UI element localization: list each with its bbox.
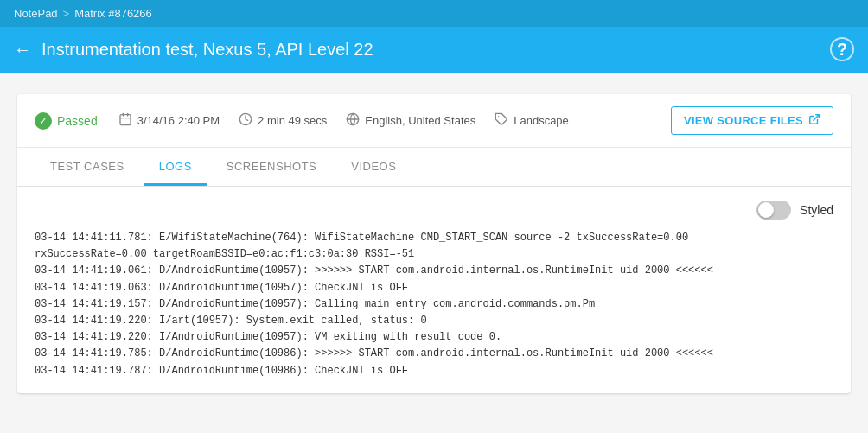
globe-icon (346, 112, 360, 129)
header-left: ← Instrumentation test, Nexus 5, API Lev… (14, 40, 373, 60)
log-line: 03-14 14:41:19.785: D/AndroidRuntime(109… (35, 346, 833, 362)
log-controls: Styled (35, 201, 833, 220)
tab-test-cases[interactable]: TEST CASES (35, 148, 140, 186)
log-line: 03-14 14:41:19.220: I/art(10957): System… (35, 313, 833, 329)
log-area: Styled 03-14 14:41:11.781: E/WifiStateMa… (17, 187, 851, 393)
help-button[interactable]: ? (830, 37, 854, 61)
app-name: NotePad (14, 7, 58, 20)
check-circle-icon: ✓ (35, 112, 52, 130)
log-line: 03-14 14:41:19.157: D/AndroidRuntime(109… (35, 296, 833, 313)
log-line: 03-14 14:41:19.220: I/AndroidRuntime(109… (35, 329, 833, 346)
duration-meta: 2 min 49 secs (239, 112, 327, 129)
date-value: 3/14/16 2:40 PM (137, 114, 220, 127)
header-bar: ← Instrumentation test, Nexus 5, API Lev… (0, 27, 868, 73)
tab-screenshots[interactable]: SCREENSHOTS (211, 148, 332, 186)
styled-label: Styled (800, 203, 833, 217)
date-meta: 3/14/16 2:40 PM (118, 112, 220, 129)
calendar-icon (118, 112, 132, 129)
top-nav: NotePad > Matrix #876266 (0, 0, 868, 27)
tab-videos[interactable]: VIDEOS (335, 148, 412, 186)
breadcrumb: NotePad > Matrix #876266 (14, 7, 152, 20)
log-content: 03-14 14:41:11.781: E/WifiStateMachine(7… (35, 230, 833, 379)
svg-line-8 (814, 115, 819, 120)
breadcrumb-separator: > (63, 7, 70, 20)
help-icon: ? (837, 40, 847, 60)
svg-rect-0 (120, 115, 131, 125)
log-line: 03-14 14:41:11.781: E/WifiStateMachine(7… (35, 230, 833, 246)
log-line: 03-14 14:41:19.061: D/AndroidRuntime(109… (35, 263, 833, 279)
log-line: rxSuccessRate=0.00 targetRoamBSSID=e0:ac… (35, 246, 833, 263)
orientation-value: Landscape (514, 114, 569, 127)
log-line: 03-14 14:41:19.787: D/AndroidRuntime(109… (35, 363, 833, 379)
duration-value: 2 min 49 secs (258, 114, 327, 127)
styled-toggle[interactable] (756, 201, 791, 220)
locale-meta: English, United States (346, 112, 475, 129)
breadcrumb-matrix: Matrix #876266 (74, 7, 152, 20)
page-title: Instrumentation test, Nexus 5, API Level… (41, 40, 373, 60)
tab-logs[interactable]: LOGS (144, 148, 207, 186)
tabs-row: TEST CASES LOGS SCREENSHOTS VIDEOS (17, 148, 851, 187)
locale-value: English, United States (365, 114, 475, 127)
view-source-button[interactable]: VIEW SOURCE FILES (671, 106, 833, 135)
back-button[interactable]: ← (14, 41, 31, 58)
status-row: ✓ Passed 3/14/16 2:40 PM 2 min 4 (17, 94, 851, 148)
status-passed: ✓ Passed (35, 112, 98, 130)
clock-icon (239, 112, 252, 129)
passed-label: Passed (57, 114, 98, 128)
orientation-meta: Landscape (495, 112, 569, 129)
log-line: 03-14 14:41:19.063: D/AndroidRuntime(109… (35, 280, 833, 296)
back-icon: ← (14, 41, 31, 58)
view-source-label: VIEW SOURCE FILES (684, 114, 803, 127)
tag-icon (495, 112, 508, 129)
content-card: ✓ Passed 3/14/16 2:40 PM 2 min 4 (17, 94, 851, 393)
toggle-knob (758, 202, 774, 218)
external-link-icon (808, 113, 820, 128)
